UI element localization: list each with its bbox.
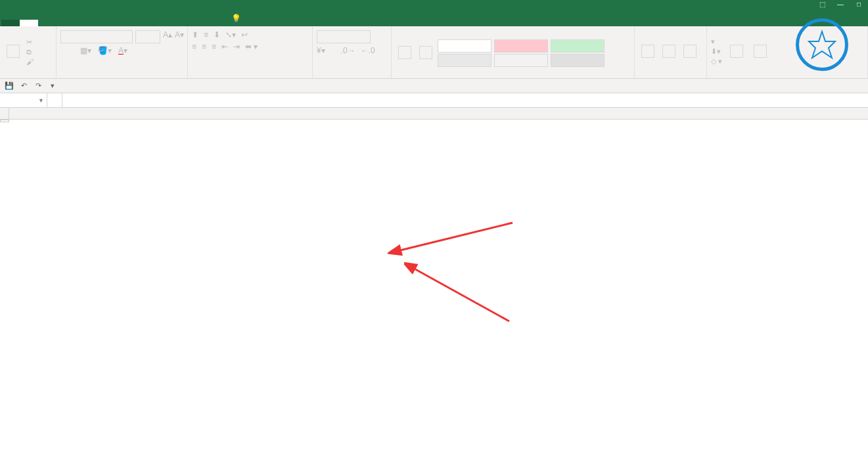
ribbon: ✂ ⧉ 🖌 A▴ A▾ ▦▾ 🪣▾ A▾: [0, 26, 868, 79]
tab-developer[interactable]: [167, 20, 185, 26]
minimize-icon[interactable]: —: [831, 0, 850, 8]
decrease-font-icon[interactable]: A▾: [175, 30, 184, 43]
find-select-button[interactable]: [751, 43, 769, 60]
sort-filter-button[interactable]: [727, 43, 746, 60]
merge-center-button[interactable]: ⬌ ▾: [245, 42, 258, 51]
align-center-icon[interactable]: ≡: [202, 42, 206, 51]
group-font-label: [60, 76, 183, 78]
delete-cells-icon: [662, 45, 675, 58]
style-good[interactable]: [551, 39, 605, 53]
clear-button[interactable]: ◇ ▾: [711, 57, 722, 66]
conditional-format-button[interactable]: [396, 45, 414, 62]
style-bad[interactable]: [494, 39, 548, 53]
align-left-icon[interactable]: ≡: [192, 42, 196, 51]
tab-pdf[interactable]: [204, 20, 222, 26]
style-calc[interactable]: [494, 54, 548, 67]
style-mid[interactable]: [438, 54, 491, 67]
tell-me-search[interactable]: 💡: [222, 11, 253, 26]
tab-formulas[interactable]: [75, 20, 93, 26]
annotation-arrow-2: [404, 262, 516, 328]
decrease-indent-icon[interactable]: ⇤: [221, 42, 228, 51]
font-size-select[interactable]: [135, 30, 160, 43]
redo-icon[interactable]: ↷: [33, 81, 43, 91]
autosum-button[interactable]: ▾: [711, 37, 722, 46]
tab-help[interactable]: [185, 20, 204, 26]
tab-file[interactable]: [1, 20, 20, 26]
style-normal[interactable]: [438, 39, 491, 53]
number-format-select[interactable]: [317, 30, 371, 43]
format-painter-button[interactable]: 🖌: [26, 58, 34, 66]
insert-cells-icon: [641, 45, 654, 58]
worksheet[interactable]: [0, 108, 868, 454]
group-editing-label: [711, 76, 863, 78]
format-cells-icon: [683, 45, 697, 58]
conditional-format-icon: [398, 46, 411, 59]
copy-button[interactable]: ⧉: [26, 48, 34, 57]
group-styles-label: [396, 76, 630, 78]
paste-button[interactable]: [4, 43, 22, 60]
titlebar: ⬚ — □: [0, 0, 868, 8]
font-family-select[interactable]: [60, 30, 133, 43]
tab-data[interactable]: [93, 20, 112, 26]
find-icon: [754, 45, 767, 58]
select-all-corner[interactable]: [0, 108, 9, 120]
format-as-table-button[interactable]: [417, 45, 435, 62]
tab-review[interactable]: [112, 20, 130, 26]
insert-cells-button[interactable]: [639, 43, 657, 60]
ribbon-tabs: 💡: [0, 8, 868, 26]
cut-button[interactable]: ✂: [26, 38, 34, 47]
style-check[interactable]: [551, 54, 605, 67]
tab-newtab[interactable]: [130, 20, 148, 26]
undo-icon[interactable]: ↶: [18, 81, 29, 91]
format-cells-button[interactable]: [681, 43, 699, 60]
fill-color-button[interactable]: 🪣▾: [98, 46, 112, 55]
annotation-arrow-1: [388, 219, 519, 259]
table-icon: [419, 46, 432, 59]
tab-pagelayout[interactable]: [57, 20, 75, 26]
svg-line-0: [398, 223, 513, 251]
delete-cells-button[interactable]: [660, 43, 678, 60]
tab-view[interactable]: [148, 20, 167, 26]
border-button[interactable]: ▦▾: [80, 46, 91, 55]
tab-insert[interactable]: [38, 20, 57, 26]
name-box[interactable]: ▼: [0, 93, 47, 107]
quick-access-toolbar: 💾 ↶ ↷ ▾: [0, 79, 868, 93]
wrap-text-button[interactable]: ↩: [241, 30, 248, 39]
align-right-icon[interactable]: ≡: [212, 42, 216, 51]
font-color-button[interactable]: A▾: [118, 46, 127, 55]
formula-tooltip: [0, 120, 9, 122]
name-box-dropdown-icon[interactable]: ▼: [38, 97, 44, 104]
sort-icon: [730, 45, 743, 58]
tab-home[interactable]: [20, 20, 38, 26]
window-options-icon[interactable]: ⬚: [813, 0, 831, 8]
maximize-icon[interactable]: □: [850, 0, 868, 8]
orientation-icon[interactable]: ⤡▾: [225, 30, 236, 39]
formula-bar: ▼: [0, 93, 868, 108]
qat-more-icon[interactable]: ▾: [47, 81, 58, 91]
group-align-label: [192, 76, 308, 78]
align-middle-icon[interactable]: ≡: [204, 30, 208, 39]
currency-icon[interactable]: ¥▾: [317, 46, 325, 55]
save-icon[interactable]: 💾: [4, 81, 14, 91]
group-clipboard-label: [4, 76, 52, 78]
align-bottom-icon[interactable]: ⬇: [214, 30, 220, 39]
group-cells-label: [639, 76, 702, 78]
increase-font-icon[interactable]: A▴: [163, 30, 172, 43]
decrease-decimal-icon[interactable]: ←.0: [361, 46, 375, 55]
svg-line-1: [412, 267, 509, 321]
group-number-label: [317, 76, 387, 78]
lightbulb-icon: 💡: [231, 14, 241, 23]
increase-decimal-icon[interactable]: .0→: [341, 46, 355, 55]
increase-indent-icon[interactable]: ⇥: [233, 42, 240, 51]
fill-button[interactable]: ⬇▾: [711, 47, 722, 56]
align-top-icon[interactable]: ⬆: [192, 30, 198, 39]
paste-icon: [7, 45, 20, 58]
